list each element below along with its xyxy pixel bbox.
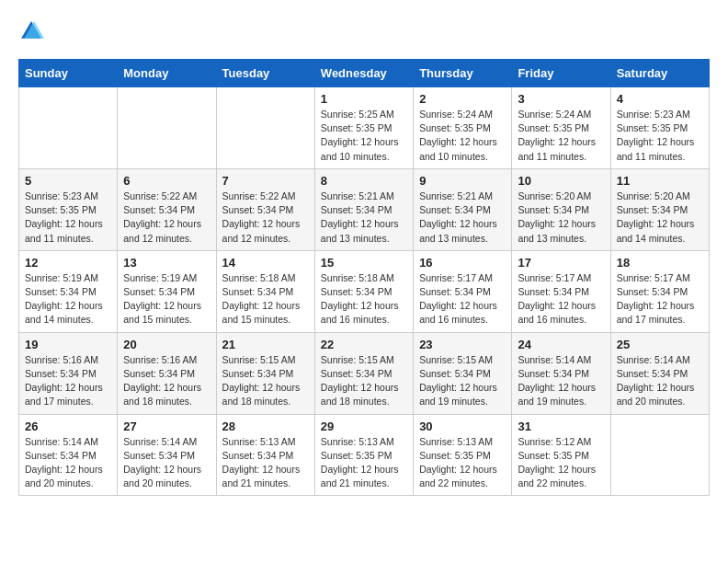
day-info: Sunrise: 5:22 AM Sunset: 5:34 PM Dayligh… bbox=[222, 190, 309, 246]
calendar-cell: 28Sunrise: 5:13 AM Sunset: 5:34 PM Dayli… bbox=[216, 414, 314, 496]
day-info: Sunrise: 5:24 AM Sunset: 5:35 PM Dayligh… bbox=[518, 108, 604, 164]
day-number: 24 bbox=[518, 338, 604, 351]
day-info: Sunrise: 5:22 AM Sunset: 5:34 PM Dayligh… bbox=[123, 190, 210, 246]
calendar-cell: 14Sunrise: 5:18 AM Sunset: 5:34 PM Dayli… bbox=[216, 250, 314, 332]
day-number: 18 bbox=[617, 256, 703, 270]
calendar-week-row: 1Sunrise: 5:25 AM Sunset: 5:35 PM Daylig… bbox=[19, 87, 710, 169]
day-info: Sunrise: 5:17 AM Sunset: 5:34 PM Dayligh… bbox=[419, 271, 506, 327]
calendar-cell: 6Sunrise: 5:22 AM Sunset: 5:34 PM Daylig… bbox=[118, 168, 216, 250]
day-info: Sunrise: 5:20 AM Sunset: 5:34 PM Dayligh… bbox=[518, 190, 604, 246]
calendar-cell: 21Sunrise: 5:15 AM Sunset: 5:34 PM Dayli… bbox=[216, 332, 314, 414]
calendar-cell: 3Sunrise: 5:24 AM Sunset: 5:35 PM Daylig… bbox=[512, 87, 610, 169]
calendar-cell bbox=[118, 87, 216, 169]
calendar-cell: 31Sunrise: 5:12 AM Sunset: 5:35 PM Dayli… bbox=[512, 414, 610, 496]
calendar-cell: 19Sunrise: 5:16 AM Sunset: 5:34 PM Dayli… bbox=[19, 332, 118, 414]
day-number: 11 bbox=[617, 174, 703, 188]
calendar-cell bbox=[19, 87, 118, 169]
day-number: 23 bbox=[419, 338, 506, 351]
calendar-cell: 27Sunrise: 5:14 AM Sunset: 5:34 PM Dayli… bbox=[118, 414, 216, 496]
day-number: 14 bbox=[222, 256, 309, 270]
day-number: 10 bbox=[518, 174, 604, 188]
calendar-cell: 16Sunrise: 5:17 AM Sunset: 5:34 PM Dayli… bbox=[414, 250, 512, 332]
day-info: Sunrise: 5:15 AM Sunset: 5:34 PM Dayligh… bbox=[222, 353, 309, 409]
calendar-cell: 17Sunrise: 5:17 AM Sunset: 5:34 PM Dayli… bbox=[512, 250, 610, 332]
calendar-week-row: 12Sunrise: 5:19 AM Sunset: 5:34 PM Dayli… bbox=[19, 250, 710, 332]
day-number: 2 bbox=[419, 92, 506, 106]
day-info: Sunrise: 5:25 AM Sunset: 5:35 PM Dayligh… bbox=[321, 108, 407, 164]
day-number: 12 bbox=[25, 256, 111, 270]
calendar-cell: 29Sunrise: 5:13 AM Sunset: 5:35 PM Dayli… bbox=[314, 414, 413, 496]
weekday-header-wednesday: Wednesday bbox=[314, 60, 413, 87]
day-number: 30 bbox=[419, 419, 506, 433]
day-info: Sunrise: 5:13 AM Sunset: 5:35 PM Dayligh… bbox=[419, 435, 506, 491]
calendar-cell: 20Sunrise: 5:16 AM Sunset: 5:34 PM Dayli… bbox=[118, 332, 216, 414]
day-number: 9 bbox=[419, 174, 506, 188]
calendar-week-row: 5Sunrise: 5:23 AM Sunset: 5:35 PM Daylig… bbox=[19, 168, 710, 250]
day-info: Sunrise: 5:14 AM Sunset: 5:34 PM Dayligh… bbox=[25, 435, 111, 491]
day-number: 21 bbox=[222, 338, 309, 351]
day-number: 8 bbox=[321, 174, 407, 188]
weekday-header-friday: Friday bbox=[512, 60, 610, 87]
day-number: 27 bbox=[123, 419, 210, 433]
day-info: Sunrise: 5:21 AM Sunset: 5:34 PM Dayligh… bbox=[419, 190, 506, 246]
day-number: 17 bbox=[518, 256, 604, 270]
weekday-header-thursday: Thursday bbox=[414, 60, 512, 87]
day-number: 16 bbox=[419, 256, 506, 270]
day-number: 6 bbox=[123, 174, 210, 188]
day-number: 28 bbox=[222, 419, 309, 433]
calendar-cell: 9Sunrise: 5:21 AM Sunset: 5:34 PM Daylig… bbox=[414, 168, 512, 250]
day-number: 25 bbox=[617, 338, 703, 351]
calendar-cell: 26Sunrise: 5:14 AM Sunset: 5:34 PM Dayli… bbox=[19, 414, 118, 496]
calendar-cell: 15Sunrise: 5:18 AM Sunset: 5:34 PM Dayli… bbox=[314, 250, 413, 332]
day-number: 26 bbox=[25, 419, 111, 433]
weekday-header-tuesday: Tuesday bbox=[216, 60, 314, 87]
day-info: Sunrise: 5:20 AM Sunset: 5:34 PM Dayligh… bbox=[617, 190, 703, 246]
day-number: 22 bbox=[321, 338, 407, 351]
calendar-cell: 8Sunrise: 5:21 AM Sunset: 5:34 PM Daylig… bbox=[314, 168, 413, 250]
calendar-cell: 23Sunrise: 5:15 AM Sunset: 5:34 PM Dayli… bbox=[414, 332, 512, 414]
calendar-week-row: 26Sunrise: 5:14 AM Sunset: 5:34 PM Dayli… bbox=[19, 414, 710, 496]
calendar-cell: 10Sunrise: 5:20 AM Sunset: 5:34 PM Dayli… bbox=[512, 168, 610, 250]
day-info: Sunrise: 5:14 AM Sunset: 5:34 PM Dayligh… bbox=[518, 353, 604, 409]
day-number: 29 bbox=[321, 419, 407, 433]
day-number: 3 bbox=[518, 92, 604, 106]
day-info: Sunrise: 5:16 AM Sunset: 5:34 PM Dayligh… bbox=[123, 353, 210, 409]
calendar-cell: 11Sunrise: 5:20 AM Sunset: 5:34 PM Dayli… bbox=[610, 168, 709, 250]
day-info: Sunrise: 5:16 AM Sunset: 5:34 PM Dayligh… bbox=[25, 353, 111, 409]
day-number: 4 bbox=[617, 92, 703, 106]
day-info: Sunrise: 5:13 AM Sunset: 5:35 PM Dayligh… bbox=[321, 435, 407, 491]
day-info: Sunrise: 5:18 AM Sunset: 5:34 PM Dayligh… bbox=[321, 271, 407, 327]
day-info: Sunrise: 5:19 AM Sunset: 5:34 PM Dayligh… bbox=[123, 271, 210, 327]
calendar-header-row: SundayMondayTuesdayWednesdayThursdayFrid… bbox=[19, 60, 710, 87]
day-number: 15 bbox=[321, 256, 407, 270]
logo bbox=[18, 18, 50, 44]
calendar-cell: 5Sunrise: 5:23 AM Sunset: 5:35 PM Daylig… bbox=[19, 168, 118, 250]
calendar-cell: 4Sunrise: 5:23 AM Sunset: 5:35 PM Daylig… bbox=[610, 87, 709, 169]
day-info: Sunrise: 5:14 AM Sunset: 5:34 PM Dayligh… bbox=[617, 353, 703, 409]
calendar-cell bbox=[216, 87, 314, 169]
calendar-table: SundayMondayTuesdayWednesdayThursdayFrid… bbox=[18, 59, 710, 496]
calendar-cell: 1Sunrise: 5:25 AM Sunset: 5:35 PM Daylig… bbox=[314, 87, 413, 169]
day-info: Sunrise: 5:15 AM Sunset: 5:34 PM Dayligh… bbox=[321, 353, 407, 409]
calendar-cell: 2Sunrise: 5:24 AM Sunset: 5:35 PM Daylig… bbox=[414, 87, 512, 169]
calendar-cell: 7Sunrise: 5:22 AM Sunset: 5:34 PM Daylig… bbox=[216, 168, 314, 250]
day-info: Sunrise: 5:24 AM Sunset: 5:35 PM Dayligh… bbox=[419, 108, 506, 164]
day-number: 5 bbox=[25, 174, 111, 188]
calendar-cell: 24Sunrise: 5:14 AM Sunset: 5:34 PM Dayli… bbox=[512, 332, 610, 414]
calendar-cell bbox=[610, 414, 709, 496]
day-info: Sunrise: 5:18 AM Sunset: 5:34 PM Dayligh… bbox=[222, 271, 309, 327]
day-number: 19 bbox=[25, 338, 111, 351]
day-number: 1 bbox=[321, 92, 407, 106]
page-header bbox=[18, 18, 710, 44]
calendar-cell: 18Sunrise: 5:17 AM Sunset: 5:34 PM Dayli… bbox=[610, 250, 709, 332]
day-number: 13 bbox=[123, 256, 210, 270]
day-number: 31 bbox=[518, 419, 604, 433]
day-info: Sunrise: 5:17 AM Sunset: 5:34 PM Dayligh… bbox=[617, 271, 703, 327]
calendar-cell: 30Sunrise: 5:13 AM Sunset: 5:35 PM Dayli… bbox=[414, 414, 512, 496]
day-info: Sunrise: 5:23 AM Sunset: 5:35 PM Dayligh… bbox=[25, 190, 111, 246]
weekday-header-saturday: Saturday bbox=[610, 60, 709, 87]
day-number: 7 bbox=[222, 174, 309, 188]
day-number: 20 bbox=[123, 338, 210, 351]
day-info: Sunrise: 5:12 AM Sunset: 5:35 PM Dayligh… bbox=[518, 435, 604, 491]
weekday-header-sunday: Sunday bbox=[19, 60, 118, 87]
